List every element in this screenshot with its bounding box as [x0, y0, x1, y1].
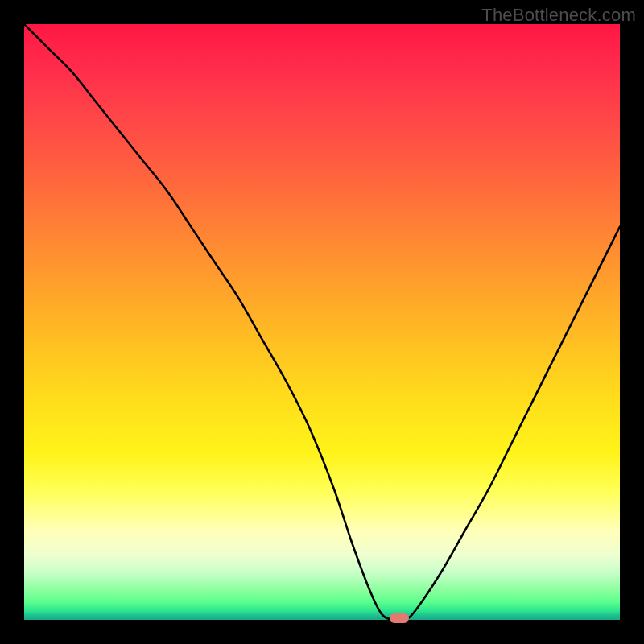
bottleneck-curve [24, 24, 620, 620]
watermark-label: TheBottleneck.com [481, 5, 636, 26]
plot-area [24, 24, 620, 620]
optimal-marker [390, 613, 409, 623]
chart-frame: TheBottleneck.com [0, 0, 644, 644]
